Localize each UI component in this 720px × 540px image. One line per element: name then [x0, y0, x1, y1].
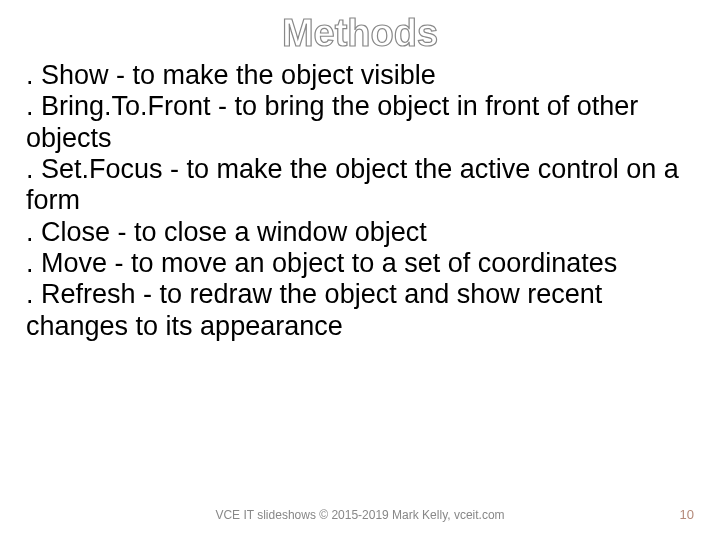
slide-title: Methods	[0, 0, 720, 60]
slide-body: . Show - to make the object visible. Bri…	[0, 60, 720, 342]
body-text: . Show - to make the object visible. Bri…	[26, 60, 688, 342]
slide-footer: VCE IT slideshows © 2015-2019 Mark Kelly…	[0, 508, 720, 522]
page-number: 10	[680, 507, 694, 522]
